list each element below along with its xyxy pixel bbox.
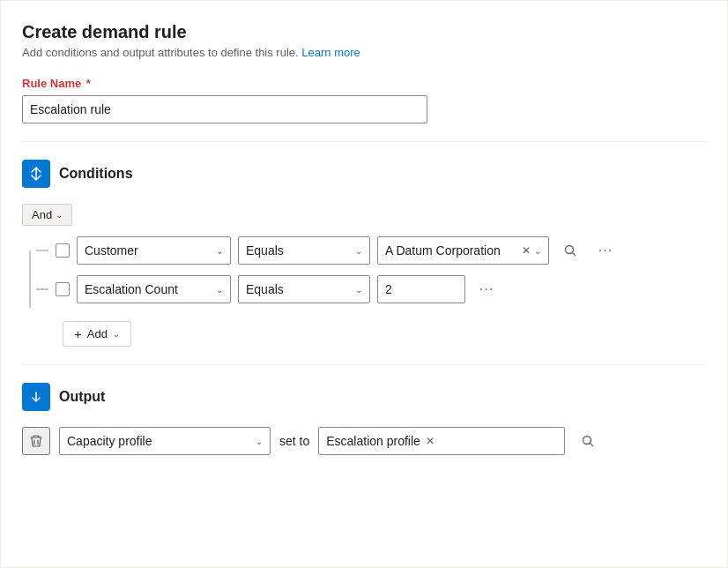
delete-output-button[interactable] <box>22 427 50 455</box>
learn-more-link[interactable]: Learn more <box>301 46 360 59</box>
condition-field-dropdown-1[interactable]: Customer ⌄ <box>77 236 231 265</box>
condition-field-dropdown-2[interactable]: Escalation Count ⌄ <box>77 275 231 303</box>
conditions-icon <box>22 160 50 188</box>
condition-row-2: Escalation Count ⌄ Equals ⌄ ··· <box>36 275 706 303</box>
condition-operator-dropdown-1[interactable]: Equals ⌄ <box>238 236 370 265</box>
add-chevron-icon: ⌄ <box>113 329 120 339</box>
condition-checkbox-2[interactable] <box>56 282 70 296</box>
page-title: Create demand rule <box>22 22 706 42</box>
operator-chevron-icon-2: ⌄ <box>355 285 362 295</box>
rule-name-input[interactable] <box>22 95 427 123</box>
output-section-header: Output <box>22 383 706 411</box>
condition-h-line-2 <box>36 288 48 290</box>
value-clear-icon-1[interactable]: ✕ <box>522 244 531 257</box>
condition-value-dropdown-1[interactable]: A Datum Corporation ✕ ⌄ <box>377 236 549 265</box>
output-value-text: Escalation profile <box>326 434 420 448</box>
output-row: Capacity profile ⌄ set to Escalation pro… <box>22 427 706 455</box>
required-marker: * <box>86 77 91 90</box>
conditions-section-header: Conditions <box>22 160 706 188</box>
condition-checkbox-1[interactable] <box>56 243 70 258</box>
field-chevron-icon-2: ⌄ <box>216 285 223 295</box>
output-field-dropdown[interactable]: Capacity profile ⌄ <box>59 427 271 455</box>
condition-operator-dropdown-2[interactable]: Equals ⌄ <box>238 275 370 303</box>
output-divider <box>22 364 706 365</box>
rule-name-label: Rule Name * <box>22 77 706 90</box>
output-title: Output <box>59 389 105 405</box>
add-condition-button[interactable]: + Add ⌄ <box>63 321 131 347</box>
and-chevron-icon: ⌄ <box>56 210 63 220</box>
output-field-chevron-icon: ⌄ <box>256 437 263 446</box>
condition-h-line-1 <box>36 250 48 251</box>
add-plus-icon: + <box>74 326 82 341</box>
condition-row-1: Customer ⌄ Equals ⌄ A Datum Corporation … <box>36 236 706 265</box>
set-to-label: set to <box>279 434 309 448</box>
bracket-line-vertical <box>29 250 31 308</box>
conditions-title: Conditions <box>59 166 133 182</box>
search-button-1[interactable] <box>556 236 584 265</box>
output-value-clear-icon[interactable]: ✕ <box>426 435 435 447</box>
more-button-1[interactable]: ··· <box>591 236 620 265</box>
output-value-box[interactable]: Escalation profile ✕ <box>318 427 565 455</box>
and-button[interactable]: And ⌄ <box>22 204 72 226</box>
output-icon <box>22 383 50 411</box>
section-divider <box>22 141 706 142</box>
more-button-2[interactable]: ··· <box>472 275 501 303</box>
value-chevron-icon-1: ⌄ <box>534 246 541 256</box>
page-subtitle: Add conditions and output attributes to … <box>22 46 706 59</box>
operator-chevron-icon-1: ⌄ <box>355 246 362 256</box>
output-search-button[interactable] <box>574 427 602 455</box>
condition-value-input-2[interactable] <box>377 275 465 303</box>
field-chevron-icon-1: ⌄ <box>216 246 223 256</box>
